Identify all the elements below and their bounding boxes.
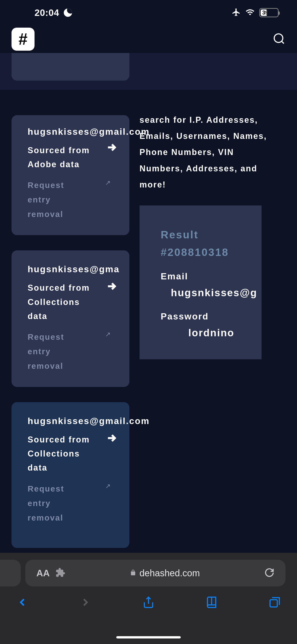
result-email-label: Email (161, 271, 250, 282)
bookmarks-button[interactable] (205, 596, 218, 610)
svg-line-1 (282, 41, 284, 44)
result-item[interactable]: hugsnkisses@gmail.com Sourced from Adobe… (12, 115, 130, 235)
arrow-right-icon[interactable] (106, 280, 118, 293)
external-link-icon: ↗ (105, 330, 110, 338)
hash-icon: # (19, 30, 28, 48)
status-time: 20:04 (34, 8, 59, 18)
status-right: 39 (232, 8, 278, 18)
status-bar: 20:04 39 (0, 0, 297, 25)
result-item[interactable]: hugsnkisses@gma Sourced from Collections… (12, 250, 130, 387)
result-source: Sourced from Collections data (28, 432, 99, 475)
promo-text: search for I.P. Addresses, Emails, Usern… (140, 112, 278, 193)
svg-point-0 (274, 34, 283, 42)
share-button[interactable] (142, 596, 155, 610)
result-email-value: hugsnkisses@g (161, 287, 250, 298)
search-button[interactable] (272, 32, 286, 46)
url-section: AA dehashed.com (0, 553, 297, 592)
lock-icon (130, 569, 136, 577)
arrow-right-icon[interactable] (106, 432, 118, 445)
svg-rect-4 (270, 600, 278, 607)
browser-chrome: AA dehashed.com (0, 553, 297, 644)
request-removal-link[interactable]: Request entry removal (28, 178, 74, 221)
result-password-label: Password (161, 312, 250, 322)
external-link-icon: ↗ (105, 179, 110, 186)
results-list: hugsnkisses@gmail.com Sourced from Adobe… (12, 115, 130, 548)
extensions-icon[interactable] (55, 568, 66, 578)
battery-icon: 39 (259, 8, 278, 17)
status-left: 20:04 (34, 8, 72, 18)
text-size-button[interactable]: AA (36, 568, 50, 578)
url-text: dehashed.com (140, 568, 200, 578)
wifi-icon (246, 8, 255, 18)
result-password-value: lordnino (161, 327, 250, 338)
back-button[interactable] (16, 596, 28, 610)
result-item-selected[interactable]: hugsnkisses@gmail.com Sourced from Colle… (12, 402, 130, 548)
battery-percentage: 39 (262, 10, 268, 16)
result-source: Sourced from Adobe data (28, 143, 99, 171)
result-email: hugsnkisses@gmail.com (28, 416, 115, 426)
result-title: Result #208810318 (161, 226, 250, 261)
arrow-right-icon[interactable] (106, 142, 118, 154)
request-removal-link[interactable]: Request entry removal (28, 482, 74, 525)
browser-toolbar (0, 592, 297, 610)
result-email: hugsnkisses@gma (28, 264, 115, 274)
result-email: hugsnkisses@gmail.com (28, 127, 115, 137)
tab-switcher-pill[interactable] (0, 560, 21, 586)
airplane-icon (232, 8, 241, 18)
url-bar[interactable]: AA dehashed.com (25, 560, 286, 586)
partial-card (12, 53, 130, 80)
app-header: # (0, 25, 297, 53)
request-removal-link[interactable]: Request entry removal (28, 330, 74, 373)
reload-button[interactable] (264, 568, 274, 578)
app-logo[interactable]: # (12, 28, 34, 51)
result-source: Sourced from Collections data (28, 281, 99, 323)
moon-icon (64, 8, 72, 17)
external-link-icon: ↗ (105, 482, 110, 490)
main-content: search for I.P. Addresses, Emails, Usern… (0, 115, 297, 548)
result-card[interactable]: Result #208810318 Email hugsnkisses@g Pa… (140, 206, 262, 359)
tabs-button[interactable] (268, 596, 281, 610)
home-indicator[interactable] (116, 636, 181, 638)
url-display[interactable]: dehashed.com (71, 568, 259, 578)
forward-button (79, 596, 92, 610)
